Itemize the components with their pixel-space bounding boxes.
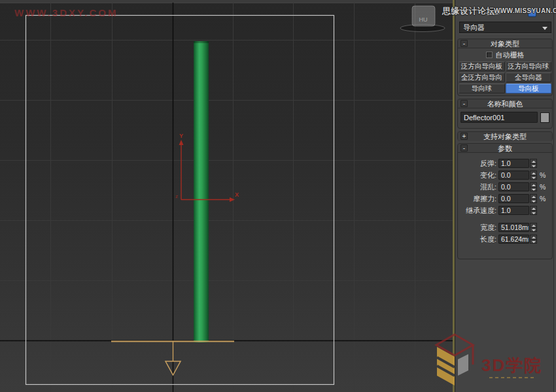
bounce-field[interactable] — [498, 159, 529, 168]
spinner-down-icon[interactable] — [530, 188, 537, 192]
chevron-down-icon — [542, 27, 547, 30]
selection-rectangle[interactable] — [26, 16, 334, 385]
watermark-3dxy: WWW.3DXY.COM — [14, 7, 118, 18]
percent-sign: % — [540, 195, 546, 203]
category-dropdown[interactable]: 导向器 — [459, 22, 551, 33]
inherit-velocity-spinner[interactable] — [530, 206, 537, 215]
spinner-down-icon[interactable] — [530, 164, 537, 169]
rollout-object-type-title: 对象类型 — [491, 40, 519, 48]
rollout-name-color: - 名称和颜色 — [457, 99, 553, 129]
watermark-logo-text: 3D学院 — [481, 355, 542, 375]
collapse-plus-icon[interactable]: + — [460, 133, 468, 140]
length-field[interactable] — [498, 235, 529, 244]
deflector-type-buttons: 泛方向导向板 泛方向导向球 全泛方向导向 全导向器 导向球 导向板 — [459, 61, 551, 93]
rollout-parameters: - 参数 反弹: 变化: — [457, 143, 553, 259]
rollout-supports-header[interactable]: + 支持对象类型 — [458, 132, 552, 141]
front-viewport[interactable]: Y X z HU WWW.3DXY.COM — [0, 0, 455, 392]
inherit-velocity-label: 继承速度: — [459, 206, 498, 216]
rollout-parameters-title: 参数 — [498, 144, 512, 152]
button-udeflector[interactable]: 全导向器 — [506, 73, 552, 82]
cylinder-object[interactable] — [194, 41, 209, 342]
rollout-name-color-header[interactable]: - 名称和颜色 — [458, 99, 552, 108]
watermark-3d-college-logo: 3D学院 — [424, 325, 548, 392]
button-deflector[interactable]: 导向板 — [506, 84, 552, 93]
friction-label: 摩擦力: — [459, 194, 498, 204]
viewport-world-axes — [0, 3, 455, 392]
axis-y-label: Y — [179, 133, 183, 139]
spinner-up-icon[interactable] — [530, 194, 537, 199]
spinner-up-icon[interactable] — [530, 206, 537, 211]
watermark-forum-url: WWW.MISSYUAN.COM — [494, 7, 556, 14]
chaos-spinner[interactable] — [530, 182, 537, 191]
application-window: Y X z HU WWW.3DXY.COM 导向器 - 对象类型 — [0, 0, 556, 392]
button-uomniflect[interactable]: 全泛方向导向 — [459, 73, 505, 82]
object-name-input[interactable] — [460, 112, 538, 123]
bounce-spinner[interactable] — [530, 159, 537, 168]
width-field[interactable] — [498, 223, 529, 232]
rollout-name-color-title: 名称和颜色 — [487, 100, 523, 108]
friction-spinner[interactable] — [530, 194, 537, 203]
axis-z-label: z — [175, 193, 178, 199]
inherit-velocity-field[interactable] — [498, 206, 529, 215]
autogrid-checkbox[interactable] — [486, 52, 493, 58]
button-pomniflect[interactable]: 泛方向导向板 — [459, 61, 505, 71]
spinner-down-icon[interactable] — [530, 199, 537, 204]
rollout-parameters-header[interactable]: - 参数 — [458, 144, 552, 153]
spinner-down-icon[interactable] — [530, 240, 537, 244]
watermark-forum-name: 思缘设计论坛 — [442, 5, 495, 17]
panel-scroll-strip — [553, 0, 556, 392]
watermark-missyuan: 思缘设计论坛 WWW.MISSYUAN.COM — [442, 5, 555, 17]
viewport-canvas: Y X z HU — [0, 0, 455, 392]
friction-field[interactable] — [498, 194, 529, 203]
spinner-up-icon[interactable] — [530, 223, 537, 228]
percent-sign: % — [540, 171, 546, 179]
chip-watermark: HU — [400, 6, 445, 32]
length-label: 长度: — [459, 235, 498, 244]
chaos-field[interactable] — [498, 182, 529, 191]
collapse-minus-icon[interactable]: - — [460, 40, 468, 47]
spinner-down-icon[interactable] — [530, 176, 537, 180]
spinner-up-icon[interactable] — [530, 235, 537, 240]
collapse-minus-icon[interactable]: - — [460, 144, 468, 152]
rollout-supports-title: 支持对象类型 — [483, 133, 527, 140]
object-color-swatch[interactable] — [540, 112, 549, 123]
rollout-object-type: - 对象类型 自动栅格 泛方向导向板 泛方向导向球 全泛方向导向 全导向器 导向… — [457, 39, 553, 96]
category-dropdown-value: 导向器 — [463, 24, 485, 31]
variation-spinner[interactable] — [530, 171, 537, 180]
viewport-grid — [0, 3, 455, 392]
variation-field[interactable] — [498, 171, 529, 180]
logo-cube-right-face — [458, 354, 468, 376]
button-somniflect[interactable]: 泛方向导向球 — [506, 61, 552, 71]
bounce-label: 反弹: — [459, 159, 498, 169]
variation-label: 变化: — [459, 171, 498, 180]
button-sdeflector[interactable]: 导向球 — [459, 84, 505, 93]
spinner-up-icon[interactable] — [530, 182, 537, 188]
rollout-object-type-header[interactable]: - 对象类型 — [458, 39, 552, 48]
rollout-supports: + 支持对象类型 — [457, 131, 553, 141]
length-spinner[interactable] — [530, 235, 537, 244]
spinner-down-icon[interactable] — [530, 211, 537, 216]
width-label: 宽度: — [459, 223, 498, 233]
spinner-up-icon[interactable] — [530, 159, 537, 164]
collapse-minus-icon[interactable]: - — [460, 100, 468, 107]
autogrid-label: 自动栅格 — [496, 50, 525, 60]
width-spinner[interactable] — [530, 223, 537, 232]
spinner-up-icon[interactable] — [530, 171, 537, 176]
chaos-label: 混乱: — [459, 182, 498, 192]
axis-x-label: X — [235, 191, 239, 198]
chip-watermark-text: HU — [419, 16, 428, 23]
spinner-down-icon[interactable] — [530, 228, 537, 233]
percent-sign: % — [540, 183, 546, 191]
